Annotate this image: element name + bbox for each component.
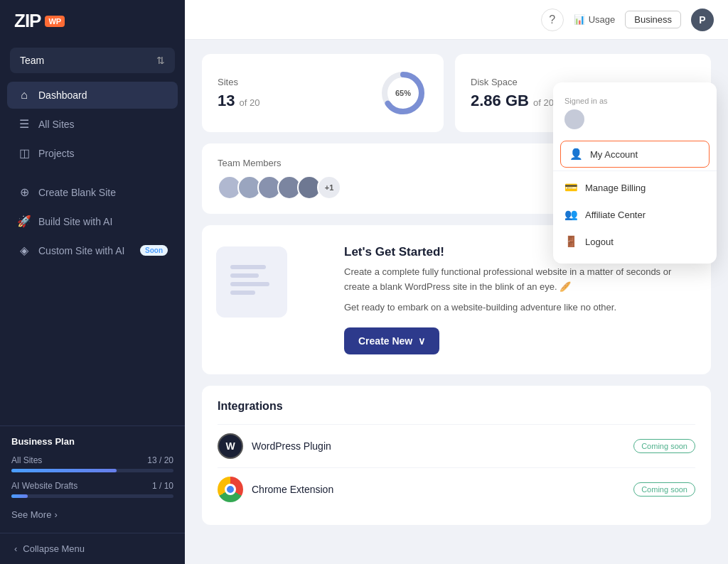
projects-icon: ◫ — [17, 146, 31, 160]
affiliate-center-button[interactable]: 👥 Affiliate Center — [553, 201, 717, 228]
sidebar-item-label: Create Blank Site — [38, 187, 116, 198]
avatar-more: +1 — [317, 175, 341, 200]
see-more-button[interactable]: See More › — [11, 506, 173, 523]
wordpress-coming-soon-badge: Coming soon — [633, 439, 695, 453]
help-button[interactable]: ? — [541, 9, 564, 31]
drafts-label: AI Website Drafts — [11, 481, 77, 491]
chrome-coming-soon-badge: Coming soon — [633, 482, 695, 497]
logout-button[interactable]: 🚪 Logout — [553, 228, 717, 255]
logout-icon: 🚪 — [564, 235, 578, 248]
sidebar-item-projects[interactable]: ◫ Projects — [7, 139, 178, 167]
dropdown-signed-section: Signed in as — [553, 91, 717, 138]
my-account-button[interactable]: 👤 My Account — [560, 141, 710, 168]
donut-label: 65% — [395, 89, 411, 97]
custom-icon: ◈ — [17, 244, 31, 257]
usage-label: Usage — [589, 14, 616, 25]
manage-billing-label: Manage Billing — [585, 183, 646, 193]
chrome-extension-name: Chrome Extension — [252, 484, 333, 495]
sidebar-item-label: Dashboard — [38, 90, 87, 101]
logo-zip: ZIP — [14, 10, 41, 32]
wordpress-icon: W — [218, 433, 243, 459]
sidebar-item-label: Projects — [38, 148, 75, 159]
avatar[interactable]: P — [691, 9, 714, 31]
chart-icon: 📊 — [574, 14, 585, 25]
dropdown-divider — [553, 170, 717, 171]
sites-label: All Sites — [11, 455, 42, 465]
wordpress-plugin-name: WordPress Plugin — [252, 440, 331, 452]
wordpress-plugin-row: W WordPress Plugin Coming soon — [218, 424, 695, 467]
get-started-desc2: Get ready to embark on a website-buildin… — [344, 300, 690, 315]
user-icon: 👤 — [569, 148, 583, 161]
soon-badge: Soon — [140, 245, 168, 256]
wordpress-plugin-info: W WordPress Plugin — [218, 433, 331, 459]
topbar: ? 📊 Usage Business P — [185, 0, 728, 40]
plan-title: Business Plan — [11, 436, 173, 447]
team-card-title: Team Members — [218, 158, 347, 168]
account-dropdown: Signed in as 👤 My Account 💳 Manage Billi… — [553, 82, 717, 264]
sites-card-label: Sites — [218, 77, 260, 87]
chrome-icon — [218, 477, 243, 502]
plan-section: Business Plan All Sites 13 / 20 AI Websi… — [0, 425, 185, 533]
sidebar-item-dashboard[interactable]: ⌂ Dashboard — [7, 82, 178, 109]
drafts-bar-fill — [11, 494, 28, 498]
team-arrow-icon: ⇅ — [156, 55, 165, 66]
chevron-right-icon: › — [54, 509, 57, 520]
chevron-left-icon: ‹ — [14, 543, 17, 554]
sidebar: ZIP WP Team ⇅ ⌂ Dashboard ☰ All Sites ◫ … — [0, 0, 185, 564]
team-name: Team — [20, 55, 44, 66]
home-icon: ⌂ — [17, 89, 31, 102]
chevron-down-icon: ∨ — [418, 335, 425, 347]
dropdown-avatar — [564, 109, 584, 129]
create-new-button[interactable]: Create New ∨ — [344, 327, 439, 354]
integrations-card: Integrations W WordPress Plugin Coming s… — [202, 386, 711, 525]
integrations-title: Integrations — [218, 400, 695, 413]
dropdown-user-row — [564, 109, 705, 129]
sidebar-item-label: All Sites — [38, 119, 75, 130]
my-account-label: My Account — [590, 149, 638, 160]
drafts-bar-bg — [11, 494, 173, 498]
dashboard-content: Signed in as 👤 My Account 💳 Manage Billi… — [185, 40, 728, 564]
sites-donut: 65% — [378, 68, 428, 118]
sidebar-item-label: Custom Site with AI — [38, 245, 124, 256]
sidebar-item-create-blank[interactable]: ⊕ Create Blank Site — [7, 178, 178, 206]
logo-area: ZIP WP — [0, 0, 185, 42]
create-new-label: Create New — [358, 335, 412, 347]
sites-card: Sites 13 of 20 65% — [202, 54, 444, 132]
sidebar-item-all-sites[interactable]: ☰ All Sites — [7, 110, 178, 138]
main-area: ? 📊 Usage Business P Signed in as 👤 My A… — [185, 0, 728, 564]
signed-as-label: Signed in as — [564, 97, 705, 105]
usage-button[interactable]: 📊 Usage — [574, 14, 616, 25]
sites-card-value: 13 of 20 — [218, 92, 260, 110]
manage-billing-button[interactable]: 💳 Manage Billing — [553, 174, 717, 201]
plan-button[interactable]: Business — [625, 11, 681, 28]
collapse-menu-button[interactable]: ‹ Collapse Menu — [0, 533, 185, 564]
plus-icon: ⊕ — [17, 185, 31, 199]
team-selector[interactable]: Team ⇅ — [10, 48, 175, 73]
sites-bar-bg — [11, 469, 173, 472]
collapse-label: Collapse Menu — [23, 543, 85, 554]
gs-decoration — [216, 246, 316, 332]
logout-label: Logout — [585, 237, 614, 247]
sidebar-item-custom-ai[interactable]: ◈ Custom Site with AI Soon — [7, 237, 178, 264]
affiliate-icon: 👥 — [564, 208, 578, 221]
get-started-desc1: Create a complete fully functional profe… — [344, 265, 690, 295]
drafts-value: 1 / 10 — [152, 481, 173, 491]
sites-icon: ☰ — [17, 117, 31, 131]
sidebar-nav: ⌂ Dashboard ☰ All Sites ◫ Projects ⊕ Cre… — [0, 76, 185, 425]
sidebar-item-build-ai[interactable]: 🚀 Build Site with AI — [7, 207, 178, 235]
rocket-icon: 🚀 — [17, 215, 31, 228]
avatars-row: +1 — [218, 175, 347, 200]
see-more-label: See More — [11, 509, 51, 520]
billing-icon: 💳 — [564, 181, 578, 194]
affiliate-label: Affiliate Center — [585, 210, 646, 220]
logo-wp: WP — [45, 16, 65, 27]
chrome-extension-info: Chrome Extension — [218, 477, 333, 502]
sites-value: 13 / 20 — [147, 455, 173, 465]
chrome-extension-row: Chrome Extension Coming soon — [218, 467, 695, 511]
help-icon: ? — [549, 13, 555, 26]
sidebar-item-label: Build Site with AI — [38, 216, 112, 227]
sites-bar-fill — [11, 469, 117, 472]
